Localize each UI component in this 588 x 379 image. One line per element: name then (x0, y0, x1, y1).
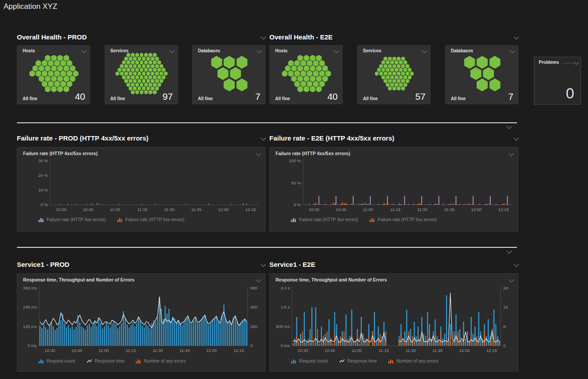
hexagon-entity (67, 81, 72, 87)
hexagon-entity (138, 64, 142, 68)
dashboard: { "title": "Application XYZ", "colors": … (0, 0, 588, 379)
svg-text:600: 600 (250, 285, 257, 290)
hexagon-entity (395, 68, 399, 72)
legend-label: Failure rate (HTTP 4xx errors) (47, 217, 106, 222)
chart-plot[interactable]: 360 ms240 ms120 ms0 ms600400200010:3010:… (22, 283, 260, 358)
hexagon-entity (133, 86, 137, 91)
svg-text:12:15: 12:15 (233, 348, 244, 353)
legend-item[interactable]: Number of any errors (388, 359, 438, 363)
health-tile-databases[interactable]: DatabasesAll fine7 (445, 45, 518, 104)
chevron-down-icon[interactable] (260, 135, 266, 141)
chevron-down-icon[interactable] (422, 48, 427, 54)
svg-text:200: 200 (250, 324, 257, 329)
problems-tile[interactable]: Problems 0 (534, 57, 581, 105)
hexagon-entity (322, 75, 328, 82)
legend-label: Request count (47, 359, 75, 363)
legend-item[interactable]: Number of any errors (136, 359, 185, 363)
chevron-down-icon[interactable] (513, 34, 519, 40)
svg-text:11:45: 11:45 (180, 348, 190, 353)
service1-e2e-chart-tile[interactable]: Response time, Throughput and Number of … (269, 274, 518, 371)
hexagon-entity (126, 75, 130, 79)
hexagon-entity (131, 82, 135, 87)
chevron-down-icon[interactable] (260, 34, 266, 40)
svg-text:10 %: 10 % (38, 188, 48, 192)
chevron-down-icon[interactable] (81, 48, 87, 54)
chevron-down-icon[interactable] (334, 48, 339, 54)
chevron-down-icon[interactable] (573, 59, 579, 65)
chevron-down-icon[interactable] (257, 48, 262, 54)
hexagon-entity (294, 60, 300, 66)
hexagon-entity (406, 71, 410, 76)
hexagon-entity (159, 79, 163, 83)
chevron-down-icon[interactable] (256, 151, 261, 156)
collapse-chevron-icon[interactable] (506, 248, 512, 254)
hexagon-entity (162, 68, 166, 72)
hexagon-entity (297, 65, 303, 72)
health-tile-hosts[interactable]: HostsAll fine40 (269, 45, 343, 104)
hexagon-entity (155, 64, 159, 68)
legend-item[interactable]: Request count (291, 359, 328, 363)
hexagon-entity (408, 68, 412, 72)
hexagon-entity (142, 64, 146, 68)
legend-item[interactable]: Response time (87, 359, 125, 363)
health-tile-services[interactable]: ServicesAll fine57 (357, 45, 430, 104)
chevron-down-icon[interactable] (513, 135, 519, 141)
tile-count: 40 (328, 92, 338, 101)
collapse-chevron-icon[interactable] (506, 124, 512, 129)
chevron-down-icon[interactable] (169, 48, 175, 54)
legend-item[interactable]: Request count (39, 359, 75, 363)
svg-text:11:15: 11:15 (379, 348, 389, 353)
hexagon-entity (310, 75, 316, 82)
legend-item[interactable]: Failure rate (HTTP 5xx errors) (117, 217, 184, 222)
health-tile-row: HostsAll fine40ServicesAll fine97Databas… (17, 45, 265, 104)
hexagon-entity (155, 86, 159, 91)
svg-text:11:00: 11:00 (351, 348, 362, 353)
hexagon-cluster (270, 55, 342, 92)
chevron-down-icon[interactable] (509, 151, 514, 156)
hexagon-entity (224, 78, 235, 91)
chart-plot[interactable]: 100 %50 %0 %10:3010:4511:0011:1511:3011:… (275, 157, 513, 216)
chart-plot[interactable]: 30 %20 %10 %0 %10:3010:4511:0011:1511:30… (22, 157, 260, 216)
hexagon-entity (124, 79, 128, 83)
svg-text:10:45: 10:45 (71, 348, 82, 353)
hexagon-entity (159, 71, 163, 76)
section-failure-rate-prod: Failure rate - PROD (HTTP 4xx/5xx errors… (17, 133, 265, 231)
hexagon-entity (51, 55, 57, 62)
chart-legend: Request countResponse timeNumber of any … (270, 359, 518, 363)
legend-item[interactable]: Failure rate (HTTP 4xx errors) (39, 217, 106, 222)
hexagon-entity (39, 65, 44, 72)
hexagon-entity (408, 75, 412, 79)
hexagon-entity (131, 75, 135, 79)
chevron-down-icon[interactable] (260, 262, 266, 267)
chart-plot[interactable]: 2.4 s1.6 s800 ms0 ms24168010:3010:4511:0… (275, 283, 513, 358)
failure-rate-e2e-chart-tile[interactable]: Failure rate (HTTP 4xx/5xx errors) 100 %… (269, 147, 518, 231)
hexagon-entity (144, 82, 148, 87)
svg-text:11:00: 11:00 (363, 207, 373, 212)
hexagon-entity (150, 56, 154, 61)
legend-item[interactable]: Failure rate (HTTP 5xx errors) (370, 217, 437, 222)
health-tile-hosts[interactable]: HostsAll fine40 (17, 45, 90, 104)
health-tile-services[interactable]: ServicesAll fine97 (105, 45, 178, 104)
failure-rate-prod-chart-tile[interactable]: Failure rate (HTTP 4xx/5xx errors) 30 %2… (17, 147, 265, 231)
hexagon-entity (304, 65, 309, 72)
hexagon-entity (217, 67, 229, 80)
legend-item[interactable]: Failure rate (HTTP 4xx errors) (291, 217, 358, 222)
svg-text:10:30: 10:30 (297, 348, 308, 353)
chevron-down-icon[interactable] (509, 48, 515, 54)
service1-prod-chart-tile[interactable]: Response time, Throughput and Number of … (17, 274, 265, 371)
tile-count: 97 (162, 92, 173, 101)
hexagon-entity (316, 55, 322, 62)
chevron-down-icon[interactable] (509, 277, 514, 283)
problems-label: Problems (539, 60, 559, 65)
chevron-down-icon[interactable] (256, 277, 261, 283)
hexagon-entity (118, 68, 122, 72)
hexagon-entity (401, 64, 405, 68)
hexagon-entity (325, 70, 331, 77)
chevron-down-icon[interactable] (513, 262, 519, 267)
section-overall-health-e2e: Overall Health - E2E HostsAll fine40Serv… (269, 32, 518, 104)
hexagon-entity (307, 60, 312, 66)
legend-item[interactable]: Response time (339, 359, 377, 363)
hexagon-entity (377, 68, 381, 72)
health-tile-databases[interactable]: DatabasesAll fine7 (192, 45, 265, 104)
legend-label: Number of any errors (144, 359, 185, 363)
